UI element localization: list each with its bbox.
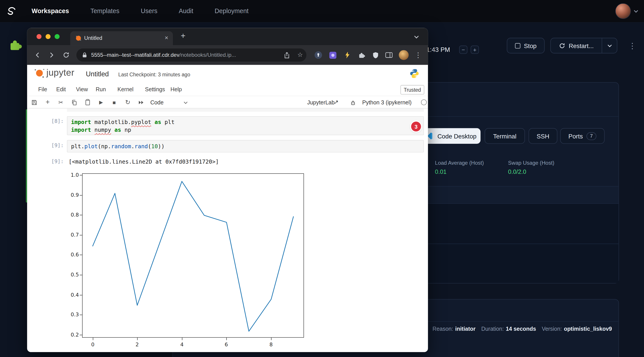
extensions-puzzle-icon[interactable]: [357, 50, 366, 60]
jupyterlab-link[interactable]: JupyterLab: [307, 100, 335, 106]
tab-search-chevron-icon[interactable]: [414, 36, 419, 39]
y-tick-label: 0.3: [62, 311, 79, 318]
traffic-light-zoom[interactable]: [54, 34, 60, 39]
run-cell-icon[interactable]: ▶: [96, 97, 106, 107]
ssh-button[interactable]: SSH: [528, 128, 557, 144]
browser-profile-avatar[interactable]: [399, 50, 408, 60]
back-button[interactable]: [32, 50, 42, 60]
code-cell-input[interactable]: plt.plot(np.random.rand(10)): [67, 140, 424, 152]
terminal-button[interactable]: Terminal: [485, 128, 525, 144]
bookmark-star-icon[interactable]: ☆: [297, 51, 303, 58]
code-cell-input[interactable]: import matplotlib.pyplot as plt import n…: [67, 116, 424, 135]
menu-run[interactable]: Run: [96, 84, 106, 96]
restart-kernel-icon[interactable]: ↻: [123, 97, 133, 107]
cell-type-select[interactable]: Code: [150, 100, 164, 106]
traffic-light-minimize[interactable]: [46, 34, 50, 39]
add-cell-icon[interactable]: +: [43, 97, 52, 107]
browser-toolbar: 5555--main--test--matifali.atif.cdr.dev/…: [27, 45, 428, 65]
stop-icon: [515, 43, 520, 48]
ssh-label: SSH: [537, 132, 550, 139]
traffic-light-close[interactable]: [36, 34, 42, 39]
kernel-name[interactable]: Python 3 (ipykernel): [362, 100, 412, 106]
menu-kernel[interactable]: Kernel: [118, 84, 134, 96]
tick-mark: [80, 315, 82, 315]
url-path: /notebooks/Untitled.ip...: [179, 52, 236, 58]
restart-button[interactable]: Restart...: [551, 38, 602, 53]
browser-tab[interactable]: Untitled ×: [70, 31, 173, 45]
tick-mark: [80, 254, 82, 255]
chevron-down-icon: [607, 44, 612, 47]
interrupt-kernel-icon[interactable]: ■: [109, 97, 119, 107]
tick-mark: [80, 275, 82, 275]
menu-view[interactable]: View: [76, 84, 88, 96]
menu-settings[interactable]: Settings: [145, 84, 165, 96]
tick-mark: [80, 175, 82, 176]
workspace-menu-kebab[interactable]: ⋮: [628, 42, 636, 50]
cell-prompt: [8]:: [44, 118, 64, 124]
omnibox[interactable]: 5555--main--test--matifali.atif.cdr.dev/…: [76, 48, 306, 62]
avatar-chevron-down-icon[interactable]: [634, 10, 638, 12]
tick-mark: [80, 295, 82, 295]
browser-menu-kebab[interactable]: ⋮: [414, 50, 423, 60]
top-nav: Workspaces Templates Users Audit Deploym…: [0, 0, 644, 23]
y-tick-label: 0.6: [62, 252, 79, 258]
tab-close-icon[interactable]: ×: [165, 34, 168, 41]
cell-type-chevron-icon[interactable]: [184, 102, 188, 104]
app-logo-icon[interactable]: [5, 5, 17, 18]
output-text: [<matplotlib.lines.Line2D at 0x7fd03f191…: [68, 158, 219, 165]
schedule-time-text: 1:43 PM: [426, 46, 450, 54]
user-avatar[interactable]: [615, 3, 631, 19]
bolt-icon[interactable]: [342, 50, 352, 60]
x-tick-label: 0: [86, 342, 99, 348]
decrease-time-button[interactable]: −: [459, 46, 467, 54]
menu-file[interactable]: File: [38, 84, 47, 96]
build-meta-row: Reason:initiatorDuration:14 secondsVersi…: [432, 326, 618, 332]
extension-icon[interactable]: [328, 50, 337, 60]
reason-value: initiator: [455, 326, 476, 332]
jupyter-logo: [33, 66, 46, 80]
reload-button[interactable]: [61, 50, 71, 60]
browser-window: Untitled × + 5555--main--test--: [27, 28, 428, 352]
tab-favicon-icon: [75, 35, 82, 42]
code-line: import matplotlib.pyplot as plt: [71, 118, 174, 126]
copy-cell-icon[interactable]: [69, 97, 79, 107]
url-host: 5555--main--test--matifali.atif.cdr.dev: [91, 52, 179, 58]
restart-dropdown-button[interactable]: [602, 38, 617, 53]
menu-edit[interactable]: Edit: [56, 84, 66, 96]
nav-item-workspaces[interactable]: Workspaces: [32, 7, 69, 15]
terminal-label: Terminal: [493, 132, 516, 139]
x-tick-label: 6: [220, 342, 232, 348]
tick-mark: [80, 235, 82, 236]
reason-label: Reason:: [432, 326, 453, 332]
extension-1password-icon[interactable]: [314, 50, 323, 60]
tab-strip: Untitled × +: [27, 28, 428, 46]
clipped-cell: [67, 108, 424, 112]
menu-help[interactable]: Help: [170, 84, 182, 96]
shield-icon[interactable]: [371, 50, 380, 60]
external-link-icon[interactable]: ↗: [334, 98, 339, 105]
ports-button[interactable]: Ports 7: [560, 128, 604, 144]
stop-button[interactable]: Stop: [507, 38, 545, 54]
forward-button[interactable]: [47, 50, 56, 60]
cell-prompt: [9]:: [44, 142, 64, 148]
restart-run-all-icon[interactable]: [136, 97, 146, 107]
version-value: optimistic_liskov9: [564, 326, 612, 332]
nav-item-users[interactable]: Users: [141, 7, 158, 15]
notebook-title[interactable]: Untitled: [86, 70, 109, 78]
notebook-page: jupyter Untitled Last Checkpoint: 3 minu…: [27, 65, 428, 352]
trusted-button[interactable]: Trusted: [400, 85, 424, 94]
cut-cell-icon[interactable]: ✂: [56, 97, 66, 107]
side-panel-icon[interactable]: [384, 50, 394, 60]
nav-item-templates[interactable]: Templates: [90, 7, 119, 15]
share-icon[interactable]: [284, 52, 290, 59]
nav-item-deployment[interactable]: Deployment: [214, 7, 248, 15]
lock-icon[interactable]: [82, 52, 87, 58]
duration-label: Duration:: [481, 326, 504, 332]
nav-item-audit[interactable]: Audit: [179, 7, 193, 15]
paste-cell-icon[interactable]: [82, 97, 92, 107]
new-tab-button[interactable]: +: [181, 31, 186, 40]
save-icon[interactable]: [29, 97, 39, 107]
output-prompt: [9]:: [44, 158, 64, 164]
debugger-icon[interactable]: [348, 98, 358, 108]
increase-time-button[interactable]: +: [471, 46, 479, 54]
